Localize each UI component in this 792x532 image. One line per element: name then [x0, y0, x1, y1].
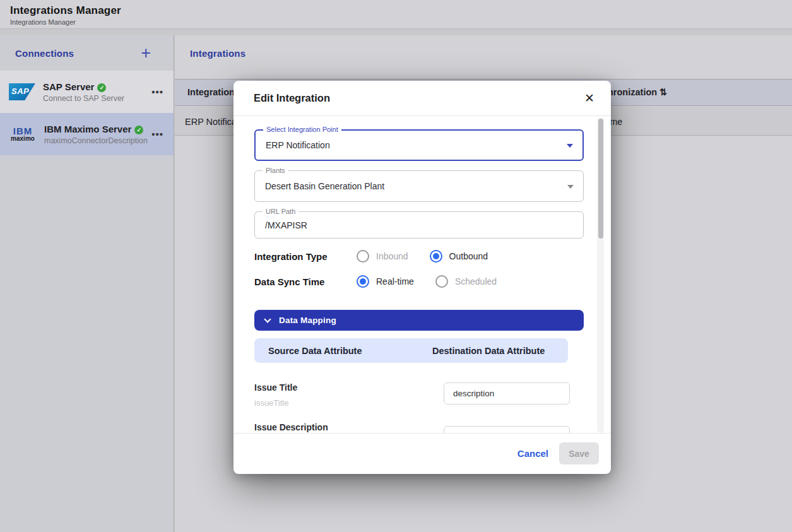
page-title: Integrations Manager [10, 4, 792, 17]
destination-attribute-column: Destination Data Attribute [432, 346, 545, 356]
verified-icon: ✓ [97, 83, 106, 92]
source-attribute-column: Source Data Attribute [268, 346, 432, 356]
radio-scheduled[interactable]: Scheduled [435, 275, 518, 288]
data-sync-time-label: Data Sync Time [254, 276, 346, 287]
chevron-down-icon [567, 144, 573, 148]
ibm-maximo-logo: IBM maximo [9, 126, 37, 142]
dialog-footer: Cancel Save [233, 433, 611, 473]
url-path-value: /MXAPISR [255, 212, 583, 238]
mapping-row-issue-description: Issue Description description.longdescri… [254, 422, 584, 433]
radio-label: Outbound [449, 251, 488, 261]
plants-select[interactable]: Plants Desert Basin Generation Plant [254, 170, 584, 202]
chevron-down-icon [567, 185, 574, 189]
edit-integration-dialog: Edit Integration ✕ Select Integration Po… [233, 81, 611, 474]
radio-circle-icon [357, 250, 369, 263]
scrollbar-thumb[interactable] [598, 119, 603, 239]
integration-point-select[interactable]: Select Integration Point ERP Notificatio… [254, 129, 584, 161]
maximo-logo-text: maximo [9, 136, 37, 142]
integrations-panel-header: Integrations [175, 35, 792, 71]
dialog-header: Edit Integration ✕ [233, 81, 611, 116]
integration-point-label: Select Integration Point [263, 126, 341, 133]
plants-label: Plants [263, 167, 288, 174]
page: Integrations Manager Integrations Manage… [0, 0, 792, 532]
radio-label: Scheduled [455, 276, 497, 287]
destination-input[interactable]: description [444, 382, 570, 405]
integrations-title: Integrations [190, 48, 245, 59]
destination-input[interactable]: description.longdescription [444, 426, 570, 433]
chevron-down-icon [264, 316, 271, 322]
connection-item-sap[interactable]: SAP SAP Server✓ Connect to SAP Server ••… [0, 71, 174, 113]
radio-circle-icon [435, 275, 448, 288]
connection-description: maximoConnectorDescription [44, 136, 151, 145]
close-icon[interactable]: ✕ [584, 92, 594, 104]
connection-description: Connect to SAP Server [43, 94, 151, 103]
data-sync-time-group: Data Sync Time Real-time Scheduled [254, 273, 583, 290]
url-path-field[interactable]: URL Path /MXAPISR [254, 211, 584, 239]
connection-item-ibm-maximo[interactable]: IBM maximo IBM Maximo Server✓ maximoConn… [0, 113, 174, 155]
app-header: Integrations Manager Integrations Manage… [0, 0, 792, 29]
connection-name-text: SAP Server [43, 81, 94, 92]
dialog-content: Select Integration Point ERP Notificatio… [233, 116, 611, 433]
radio-real-time[interactable]: Real-time [357, 275, 435, 288]
radio-inbound[interactable]: Inbound [357, 250, 430, 263]
save-button[interactable]: Save [559, 442, 599, 464]
mapping-columns-header: Source Data Attribute Destination Data A… [254, 338, 568, 363]
mapping-row-issue-title: Issue Title issueTitle description [254, 382, 584, 408]
connection-texts: SAP Server✓ Connect to SAP Server [43, 81, 151, 103]
connection-name-text: IBM Maximo Server [44, 124, 131, 134]
page-subtitle: Integrations Manager [10, 18, 792, 26]
sap-logo: SAP [9, 83, 35, 100]
data-mapping-title: Data Mapping [279, 316, 336, 325]
connections-title: Connections [15, 48, 74, 59]
ibm-logo-text: IBM [9, 126, 37, 136]
integration-point-value: ERP Notification [256, 131, 582, 160]
connection-menu-icon[interactable]: ••• [151, 129, 163, 139]
dialog-scrollbar[interactable] [597, 117, 604, 433]
url-path-label: URL Path [263, 208, 298, 215]
connections-panel-header: Connections + [0, 35, 174, 71]
radio-outbound[interactable]: Outbound [430, 250, 510, 263]
source-label: Issue Title [254, 382, 444, 393]
radio-label: Real-time [376, 276, 414, 287]
integration-type-label: Integration Type [254, 251, 346, 262]
cancel-button[interactable]: Cancel [517, 448, 548, 459]
connection-name: SAP Server✓ [43, 81, 151, 92]
data-mapping-section-header[interactable]: Data Mapping [254, 310, 584, 331]
mapping-source: Issue Description [254, 422, 444, 433]
add-connection-button[interactable]: + [141, 45, 151, 62]
radio-label: Inbound [376, 251, 408, 261]
connection-menu-icon[interactable]: ••• [151, 86, 163, 97]
data-synchronization-column-header[interactable]: hronization ⇅ [608, 87, 667, 97]
connections-panel: Connections + SAP SAP Server✓ Connect to… [0, 35, 174, 532]
source-attribute: issueTitle [254, 398, 444, 408]
connection-texts: IBM Maximo Server✓ maximoConnectorDescri… [44, 124, 151, 145]
radio-circle-icon [357, 275, 369, 288]
plants-value: Desert Basin Generation Plant [255, 171, 583, 201]
radio-circle-icon [430, 250, 442, 263]
mapping-source: Issue Title issueTitle [254, 382, 444, 408]
integration-type-group: Integration Type Inbound Outbound [254, 247, 583, 265]
dialog-title: Edit Integration [254, 92, 330, 104]
connection-name: IBM Maximo Server✓ [44, 124, 151, 134]
verified-icon: ✓ [134, 126, 143, 134]
source-label: Issue Description [254, 422, 444, 432]
